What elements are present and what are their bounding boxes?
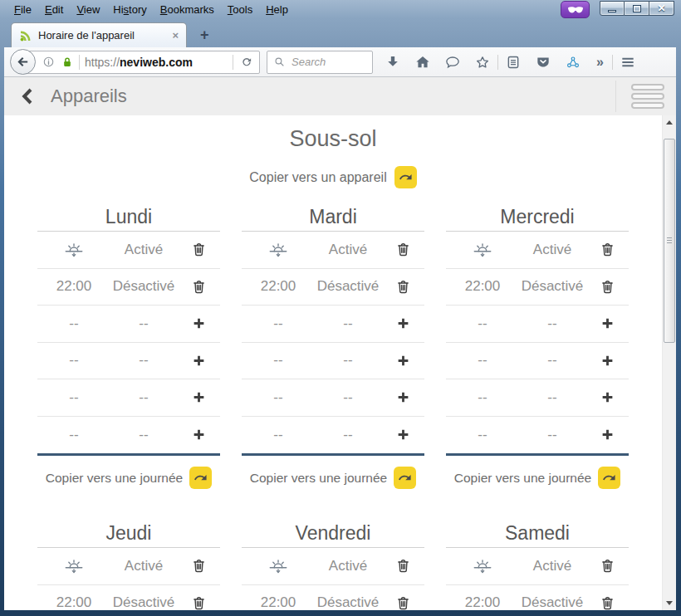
schedule-row: 22:00 Désactivé xyxy=(37,585,220,611)
row-time: -- xyxy=(478,315,487,332)
add-button[interactable] xyxy=(395,315,411,331)
search-box[interactable] xyxy=(267,51,373,74)
row-time-cell: 22:00 xyxy=(446,594,519,610)
page-title: Appareils xyxy=(51,86,127,107)
maximize-icon xyxy=(633,5,641,12)
home-button[interactable] xyxy=(408,54,438,71)
schedule-row: -- -- xyxy=(446,379,629,417)
lock-icon[interactable] xyxy=(61,56,74,69)
row-action-cell xyxy=(177,241,220,258)
add-button[interactable] xyxy=(191,427,207,442)
day-cell: Lundi Activé xyxy=(37,206,220,489)
maximize-button[interactable] xyxy=(625,1,649,16)
row-status: Désactivé xyxy=(519,278,585,295)
search-input[interactable] xyxy=(290,55,360,69)
hamburger-menu-button[interactable] xyxy=(613,54,643,71)
row-time-cell xyxy=(242,555,315,577)
trash-icon xyxy=(190,557,208,574)
scroll-up-button[interactable] xyxy=(663,115,676,130)
delete-button[interactable] xyxy=(190,557,208,574)
back-to-devices-button[interactable] xyxy=(17,86,37,107)
row-time-cell: -- xyxy=(242,315,315,332)
bookmark-star-button[interactable] xyxy=(468,54,497,71)
delete-button[interactable] xyxy=(190,241,208,258)
menu-help[interactable]: Help xyxy=(259,2,295,17)
delete-button[interactable] xyxy=(190,278,208,296)
trash-icon xyxy=(599,557,616,574)
row-time-cell: -- xyxy=(242,352,315,369)
minimize-button[interactable] xyxy=(600,1,625,16)
row-time: -- xyxy=(273,352,282,369)
plus-icon xyxy=(600,315,615,331)
new-tab-button[interactable]: + xyxy=(195,26,214,44)
add-button[interactable] xyxy=(395,353,411,369)
add-button[interactable] xyxy=(395,427,411,442)
copy-day-button[interactable] xyxy=(189,467,212,489)
day-cell: Samedi Activé xyxy=(446,522,629,610)
row-time-cell xyxy=(446,555,519,577)
delete-button[interactable] xyxy=(599,278,616,296)
url-bar[interactable]: https://neviweb.com xyxy=(22,51,260,74)
scroll-down-button[interactable] xyxy=(663,596,676,610)
add-button[interactable] xyxy=(191,353,207,369)
add-button[interactable] xyxy=(600,315,615,331)
day-name: Lundi xyxy=(37,206,220,232)
browser-window: File Edit View History Bookmarks Tools H… xyxy=(0,0,681,616)
delete-button[interactable] xyxy=(599,594,616,610)
add-button[interactable] xyxy=(600,389,615,405)
menu-bookmarks[interactable]: Bookmarks xyxy=(154,2,221,17)
schedule-row: Activé xyxy=(242,548,424,585)
tab-horaire[interactable]: Horaire de l'appareil × xyxy=(11,22,187,47)
copy-day-button[interactable] xyxy=(598,467,620,489)
menu-view[interactable]: View xyxy=(70,2,106,17)
delete-button[interactable] xyxy=(394,594,412,610)
row-status: Activé xyxy=(519,242,585,258)
back-button[interactable] xyxy=(10,49,36,75)
scrollbar-thumb[interactable] xyxy=(664,139,675,343)
row-status: Désactivé xyxy=(315,594,381,610)
tab-strip: Horaire de l'appareil × + xyxy=(4,18,676,47)
header-right xyxy=(615,77,666,115)
extension-icon[interactable] xyxy=(558,54,588,71)
info-icon[interactable] xyxy=(42,55,56,69)
delete-button[interactable] xyxy=(394,241,412,258)
menu-edit[interactable]: Edit xyxy=(38,2,70,17)
overflow-chevron-button[interactable]: » xyxy=(588,55,612,70)
menu-tools[interactable]: Tools xyxy=(221,2,259,17)
row-status: -- xyxy=(315,389,381,406)
row-time: -- xyxy=(478,389,487,406)
reading-list-button[interactable] xyxy=(498,54,528,71)
delete-button[interactable] xyxy=(394,557,412,574)
delete-button[interactable] xyxy=(190,594,208,610)
url-text[interactable]: https://neviweb.com xyxy=(85,56,193,69)
tab-close-button[interactable]: × xyxy=(172,30,179,41)
row-status: -- xyxy=(110,427,177,443)
copy-device-button[interactable] xyxy=(394,166,417,188)
add-button[interactable] xyxy=(191,389,207,405)
schedule-row: -- -- xyxy=(242,379,424,417)
sunset-icon xyxy=(63,555,85,577)
close-button[interactable]: ✕ xyxy=(649,1,674,16)
delete-button[interactable] xyxy=(394,278,412,296)
menu-history[interactable]: History xyxy=(106,2,153,17)
add-button[interactable] xyxy=(600,427,615,442)
row-status: -- xyxy=(315,427,381,443)
row-status: Activé xyxy=(315,242,381,258)
copy-day-button[interactable] xyxy=(394,467,416,489)
vertical-scrollbar[interactable] xyxy=(662,115,676,610)
add-button[interactable] xyxy=(395,389,411,405)
list-view-icon[interactable] xyxy=(630,81,666,112)
pocket-button[interactable] xyxy=(528,54,558,71)
content-area: Sous-sol Copier vers un appareil Lundi xyxy=(4,115,676,610)
delete-button[interactable] xyxy=(599,241,616,258)
row-status: Désactivé xyxy=(110,594,177,610)
menu-file[interactable]: File xyxy=(7,2,38,17)
delete-button[interactable] xyxy=(599,557,616,574)
chat-bubble-button[interactable] xyxy=(438,54,468,71)
reload-button[interactable] xyxy=(238,56,255,69)
schedule-row: Activé xyxy=(446,548,629,585)
add-button[interactable] xyxy=(191,315,207,331)
add-button[interactable] xyxy=(600,353,615,369)
private-browsing-button[interactable] xyxy=(561,1,590,18)
downloads-button[interactable] xyxy=(378,54,408,71)
